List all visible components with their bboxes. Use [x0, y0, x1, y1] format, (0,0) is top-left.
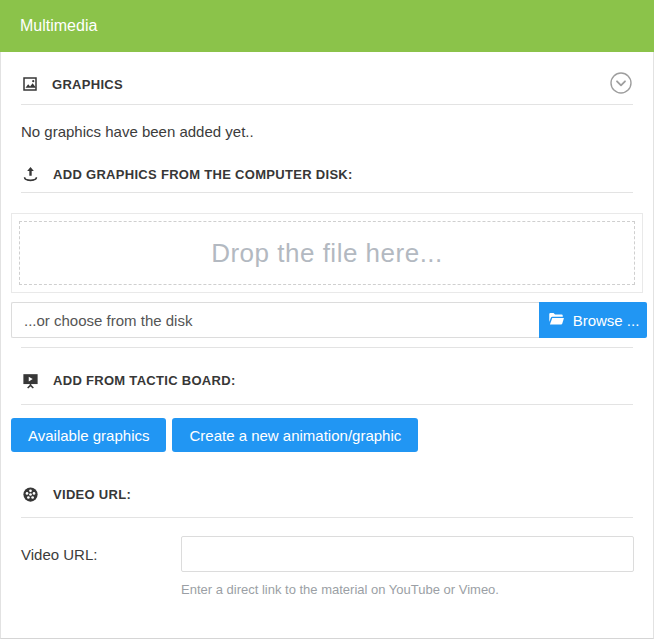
tactic-buttons-row: Available graphics Create a new animatio… — [11, 418, 643, 452]
upload-icon — [21, 165, 40, 184]
video-section-title: VIDEO URL: — [53, 487, 131, 502]
video-url-label: Video URL: — [21, 546, 181, 563]
divider — [21, 404, 633, 405]
divider — [21, 347, 633, 348]
multimedia-panel: Multimedia GRAPHICS — [0, 0, 654, 639]
upload-section-header: ADD GRAPHICS FROM THE COMPUTER DISK: — [1, 160, 653, 188]
presentation-board-icon — [21, 371, 40, 390]
create-animation-button[interactable]: Create a new animation/graphic — [172, 418, 418, 452]
graphics-section-title: GRAPHICS — [52, 77, 123, 92]
browse-button-label: Browse ... — [573, 312, 640, 329]
dropzone-text: Drop the file here... — [211, 238, 443, 269]
film-reel-icon — [21, 485, 40, 504]
divider — [21, 192, 633, 193]
available-graphics-button[interactable]: Available graphics — [11, 418, 166, 452]
chevron-down-icon — [609, 71, 633, 98]
folder-open-icon — [547, 310, 565, 331]
tactic-section-header: ADD FROM TACTIC BOARD: — [1, 366, 653, 394]
graphics-section-header: GRAPHICS — [1, 70, 653, 98]
graphics-empty-message: No graphics have been added yet.. — [1, 123, 653, 140]
upload-section-title: ADD GRAPHICS FROM THE COMPUTER DISK: — [53, 167, 353, 182]
file-dropzone[interactable]: Drop the file here... — [11, 213, 643, 293]
divider — [21, 104, 633, 105]
divider — [21, 517, 633, 518]
file-choose-row: Browse ... — [11, 302, 647, 338]
video-url-helper-text: Enter a direct link to the material on Y… — [181, 582, 653, 597]
video-section-header: VIDEO URL: — [1, 480, 653, 508]
graphics-collapse-button[interactable] — [609, 72, 633, 96]
tactic-section-title: ADD FROM TACTIC BOARD: — [53, 373, 236, 388]
video-url-row: Video URL: — [21, 536, 634, 572]
browse-button[interactable]: Browse ... — [539, 302, 647, 338]
panel-body: GRAPHICS No graphics have been added yet… — [0, 52, 654, 639]
panel-header: Multimedia — [0, 0, 654, 52]
file-path-input[interactable] — [11, 302, 539, 338]
image-icon — [21, 75, 39, 93]
file-dropzone-inner: Drop the file here... — [19, 221, 635, 285]
panel-title: Multimedia — [20, 17, 97, 35]
video-url-input[interactable] — [181, 536, 634, 572]
